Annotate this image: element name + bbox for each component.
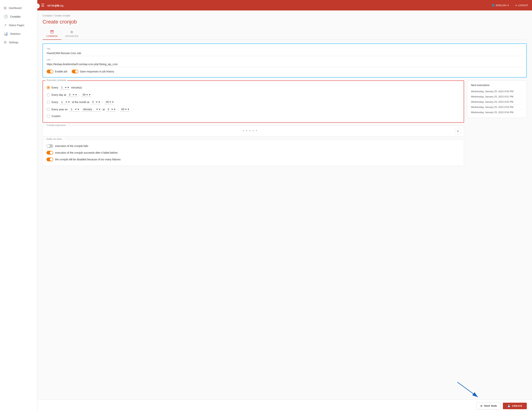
app-logo: cr⊙n-job.org — [48, 3, 63, 8]
test-run-button[interactable]: ⊙ TEST RUN — [476, 402, 501, 409]
year-hour-select[interactable]: 0 1612 ▾ — [106, 107, 116, 111]
breadcrumb: Cronjobs / Create cronjob — [43, 14, 527, 17]
every-day-label: Every day at — [52, 93, 66, 96]
sidebar-item-status-pages[interactable]: ↗ Status Pages — [0, 21, 37, 29]
footer-bar: ⊙ TEST RUN 💾 CREATE — [37, 400, 532, 412]
sidebar-item-dashboard[interactable]: ⊞ Dashboard — [0, 4, 37, 12]
notify-disabled-toggle[interactable] — [47, 158, 53, 161]
alarm-icon: ⏰ — [50, 30, 54, 34]
breadcrumb-current: Create cronjob — [54, 14, 70, 17]
main-content: Cronjobs / Create cronjob Create cronjob… — [37, 10, 532, 400]
crontab-value: * * * * * — [46, 130, 455, 133]
schedule-main: Execution schedule Every 1 2 5 10 15 — [43, 80, 464, 166]
radio-every-year[interactable] — [47, 108, 50, 111]
sidebar-item-label: Dashboard — [9, 7, 22, 10]
job-form-card: Title FluentCRM Remote Cron Job URL * ht… — [43, 44, 527, 77]
test-run-label: TEST RUN — [484, 404, 497, 407]
chevron-icon: ▾ — [68, 100, 70, 103]
save-icon: 💾 — [507, 404, 511, 407]
next-exec-item-4: Wednesday, January 25, 2023 9:53 PM — [471, 105, 523, 110]
create-button[interactable]: 💾 CREATE — [503, 403, 527, 409]
year-minute-select[interactable]: 00 153045 ▾ — [120, 107, 130, 111]
radio-every-minute[interactable] — [47, 86, 50, 89]
month-minute-select[interactable]: 00 153045 ▾ — [104, 100, 114, 104]
settings-icon: ⚙ — [4, 40, 7, 44]
notify-succeeds-toggle[interactable] — [47, 151, 53, 154]
url-input[interactable]: https://testwp.ibrahimsharif.com/wp-cron… — [47, 62, 523, 67]
notify-fails-toggle[interactable] — [47, 144, 53, 148]
every-label-month: Every — [52, 101, 58, 104]
sidebar-collapse-button[interactable]: ‹ — [35, 3, 40, 9]
save-responses-label: Save responses in job history — [80, 70, 114, 73]
sidebar-item-cronjobs[interactable]: 🕐 Cronjobs — [0, 12, 37, 21]
schedule-row-every-minute: Every 1 2 5 10 15 30 ▾ — [47, 84, 460, 91]
enable-job-label: Enable job — [55, 70, 67, 73]
sidebar-item-settings[interactable]: ⚙ Settings — [0, 38, 37, 47]
chevron-icon: ▾ — [67, 86, 69, 89]
day-hour-select[interactable]: 0 123612 ▾ — [67, 93, 77, 97]
page-title: Create cronjob — [43, 19, 527, 25]
title-input[interactable]: FluentCRM Remote Cron Job — [47, 51, 523, 56]
tab-common[interactable]: ⏰ COMMON — [43, 29, 61, 40]
sidebar-navigation: ⊞ Dashboard 🕐 Cronjobs ↗ Status Pages 📊 … — [0, 0, 37, 47]
notify-succeeds-label: execution of the cronjob succeeds after … — [55, 151, 118, 154]
radio-every-day[interactable] — [47, 93, 50, 96]
schedule-row-every-month: Every 1. 2.5.10.15.20.25. ▾ of the month… — [47, 98, 460, 106]
main-wrapper: ☰ cr⊙n-job.org 🌐 ENGLISH ▾ ⇥ LOGOUT Cron… — [37, 0, 532, 412]
breadcrumb-cronjobs[interactable]: Cronjobs — [43, 14, 52, 17]
toggles-row: Enable job Save responses in job history — [47, 70, 523, 73]
notify-fails-label: execution of the cronjob fails — [55, 144, 88, 147]
sidebar-item-label: Statistics — [10, 32, 20, 35]
radio-custom[interactable] — [47, 115, 50, 118]
logout-label: LOGOUT — [518, 4, 528, 7]
schedule-row-every-year: Every year on 1. 2.5.10. ▾ January Feb — [47, 106, 460, 113]
chevron-icon: ▾ — [112, 100, 114, 103]
of-the-month-label: of the month at — [72, 101, 89, 104]
crontab-legend: Crontab expression — [45, 124, 67, 126]
hamburger-menu-icon[interactable]: ☰ — [41, 3, 44, 8]
logout-button[interactable]: ⇥ LOGOUT — [515, 4, 528, 7]
enable-job-toggle[interactable] — [47, 70, 53, 73]
language-label: ENGLISH — [496, 4, 506, 7]
next-exec-item-2: Wednesday, January 25, 2023 9:51 PM — [471, 94, 523, 99]
day-minute-select[interactable]: 00 153045 ▾ — [81, 93, 91, 97]
dashboard-icon: ⊞ — [4, 6, 7, 10]
notify-legend: Notify me when... — [45, 138, 65, 140]
minute-interval-select[interactable]: 1 2 5 10 15 30 ▾ — [60, 85, 70, 90]
sidebar-item-statistics[interactable]: 📊 Statistics — [0, 29, 37, 38]
radio-every-month[interactable] — [47, 100, 50, 104]
save-responses-toggle[interactable] — [72, 70, 78, 73]
sliders-icon: ⚙ — [70, 30, 73, 34]
enable-job-toggle-group: Enable job — [47, 70, 67, 73]
notify-row-disabled: the cronjob will be disabled because of … — [47, 156, 460, 163]
month-day-select[interactable]: 1. 2.5.10.15.20.25. ▾ — [60, 100, 70, 104]
title-label: Title — [47, 48, 523, 50]
every-label: Every — [52, 86, 58, 89]
month-hour-select[interactable]: 0 12612 ▾ — [91, 100, 101, 104]
every-year-label: Every year on — [52, 108, 67, 111]
minute-label: minute(s) — [71, 86, 82, 89]
schedule-row-every-day: Every day at 0 123612 ▾ : 00 — [47, 91, 460, 98]
copy-button[interactable]: ⧉ — [455, 128, 461, 134]
chevron-icon: ▾ — [89, 93, 90, 96]
at-label: at — [103, 108, 105, 111]
status-pages-icon: ↗ — [4, 23, 7, 27]
next-exec-item-5: Wednesday, January 25, 2023 9:54 PM — [471, 110, 523, 115]
next-executions-panel: Next executions Wednesday, January 25, 2… — [467, 80, 527, 118]
schedule-legend: Execution schedule — [46, 79, 67, 82]
language-selector[interactable]: 🌐 ENGLISH ▾ — [492, 4, 509, 7]
tab-common-label: COMMON — [46, 35, 58, 38]
year-month-select[interactable]: January FebruaryMarchApril MayJuneJuly A… — [81, 107, 101, 111]
next-exec-item-1: Wednesday, January 25, 2023 9:50 PM — [471, 89, 523, 94]
year-day-select[interactable]: 1. 2.5.10. ▾ — [69, 107, 80, 111]
crontab-inner: * * * * * ⧉ — [43, 126, 464, 136]
chevron-icon: ▾ — [128, 108, 129, 111]
notify-card: Notify me when... execution of the cronj… — [43, 139, 464, 166]
crontab-card: Crontab expression * * * * * ⧉ — [43, 126, 464, 136]
tab-advanced[interactable]: ⚙ ADVANCED — [61, 29, 82, 40]
copy-icon: ⧉ — [457, 130, 459, 133]
globe-icon: 🌐 — [492, 4, 495, 7]
statistics-icon: 📊 — [4, 32, 8, 36]
next-exec-item-3: Wednesday, January 25, 2023 9:52 PM — [471, 99, 523, 105]
sidebar-item-label: Cronjobs — [10, 15, 20, 18]
